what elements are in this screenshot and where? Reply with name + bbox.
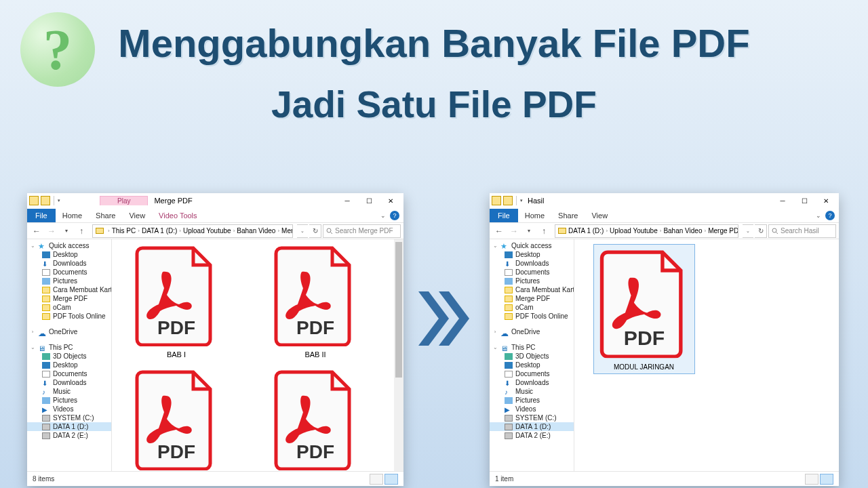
nav-desktop-pc[interactable]: Desktop [27,361,111,369]
nav-documents[interactable]: Documents [490,268,574,277]
nav-pane[interactable]: ⌄★Quick access Desktop ⬇Downloads Docume… [490,239,574,471]
scrollbar-thumb[interactable] [395,242,402,378]
file-pane[interactable]: PDF BAB I PDF BAB II PDF BAB III PDF BAB… [112,239,403,471]
file-pane[interactable]: PDF MODUL JARINGAN [574,239,839,471]
qat-dropdown[interactable]: ▾ [58,198,60,203]
nav-pane[interactable]: ⌄★Quick access Desktop ⬇Downloads Docume… [27,239,112,471]
file-item[interactable]: PDF BAB II [258,245,373,359]
refresh-button[interactable]: ↻ [755,224,767,238]
nav-desktop[interactable]: Desktop [490,250,574,259]
nav-videos[interactable]: ▶Videos [490,405,574,413]
refresh-button[interactable]: ↻ [309,224,321,238]
forward-button[interactable]: → [45,224,58,238]
nav-pictures-pc[interactable]: Pictures [27,396,111,405]
ribbon-share[interactable]: Share [89,209,122,222]
title-line-2: Jadi Satu File PDF [0,83,868,126]
nav-downloads-pc[interactable]: ⬇Downloads [490,378,574,387]
file-item[interactable]: PDF BAB IV [258,369,373,471]
nav-documents[interactable]: Documents [27,268,111,277]
nav-folder-merge[interactable]: Merge PDF [490,294,574,303]
nav-drive-c[interactable]: SYSTEM (C:) [490,413,574,422]
nav-this-pc[interactable]: ⌄🖥This PC [490,343,574,352]
nav-drive-e[interactable]: DATA 2 (E:) [490,431,574,440]
pdf-icon: PDF [132,245,220,346]
back-button[interactable]: ← [30,224,43,238]
up-button[interactable]: ↑ [75,224,88,238]
nav-folder-pdftools[interactable]: PDF Tools Online [490,312,574,321]
ribbon-file[interactable]: File [27,209,56,222]
expand-ribbon-icon[interactable]: ⌄ [380,212,386,219]
view-details-button[interactable] [805,474,818,485]
titlebar[interactable]: ▾ Hasil ─ ☐ ✕ [490,193,839,208]
view-large-icons-button[interactable] [384,474,398,485]
file-item[interactable]: PDF BAB III [119,369,234,471]
search-input[interactable]: Search Merge PDF [323,224,401,238]
minimize-button[interactable]: ─ [336,194,358,207]
ribbon-video-tools[interactable]: Video Tools [152,209,203,222]
file-item[interactable]: PDF MODUL JARINGAN [581,245,707,373]
nav-3d-objects[interactable]: 3D Objects [27,352,111,361]
ribbon-view[interactable]: View [122,209,152,222]
nav-drive-c[interactable]: SYSTEM (C:) [27,413,111,422]
maximize-button[interactable]: ☐ [793,194,815,207]
address-dropdown[interactable]: ⌄ [743,224,753,238]
nav-quick-access[interactable]: ⌄★Quick access [27,241,111,250]
nav-downloads[interactable]: ⬇Downloads [27,259,111,268]
nav-pictures-pc[interactable]: Pictures [490,396,574,405]
nav-downloads-pc[interactable]: ⬇Downloads [27,378,111,387]
ribbon-home[interactable]: Home [518,209,551,222]
nav-folder-merge[interactable]: Merge PDF [27,294,111,303]
nav-documents-pc[interactable]: Documents [27,369,111,378]
recent-dropdown[interactable]: ▾ [60,224,73,238]
scrollbar[interactable] [394,239,403,471]
nav-onedrive[interactable]: ›☁OneDrive [27,327,111,336]
nav-music[interactable]: ♪Music [490,387,574,396]
view-large-icons-button[interactable] [820,474,833,485]
ribbon-home[interactable]: Home [56,209,89,222]
nav-pictures[interactable]: Pictures [27,277,111,285]
nav-folder-ocam[interactable]: oCam [27,303,111,312]
contextual-tab-play[interactable]: Play [100,196,148,205]
nav-drive-d[interactable]: DATA 1 (D:) [490,422,574,431]
ribbon-share[interactable]: Share [551,209,585,222]
expand-ribbon-icon[interactable]: ⌄ [816,212,821,219]
nav-folder-cara[interactable]: Cara Membuat Kartu Pes [490,285,574,294]
maximize-button[interactable]: ☐ [358,194,380,207]
forward-button[interactable]: → [507,224,521,238]
nav-drive-d[interactable]: DATA 1 (D:) [27,422,111,431]
titlebar[interactable]: ▾ Play Merge PDF ─ ☐ ✕ [27,193,403,208]
nav-desktop[interactable]: Desktop [27,250,111,259]
help-icon[interactable]: ? [390,211,399,220]
nav-folder-ocam[interactable]: oCam [490,303,574,312]
close-button[interactable]: ✕ [380,194,401,207]
minimize-button[interactable]: ─ [772,194,793,207]
help-icon[interactable]: ? [825,211,835,220]
close-button[interactable]: ✕ [815,194,837,207]
nav-downloads[interactable]: ⬇Downloads [490,259,574,268]
ribbon-view[interactable]: View [585,209,614,222]
qat-dropdown[interactable]: ▾ [520,198,523,203]
up-button[interactable]: ↑ [537,224,551,238]
nav-onedrive[interactable]: ›☁OneDrive [490,327,574,336]
nav-quick-access[interactable]: ⌄★Quick access [490,241,574,250]
ribbon-file[interactable]: File [490,209,518,222]
recent-dropdown[interactable]: ▾ [522,224,536,238]
breadcrumb[interactable]: DATA 1 (D:)› Upload Youtube› Bahan Video… [555,224,738,238]
nav-drive-e[interactable]: DATA 2 (E:) [27,431,111,440]
view-details-button[interactable] [370,474,383,485]
nav-videos[interactable]: ▶Videos [27,405,111,413]
nav-music[interactable]: ♪Music [27,387,111,396]
search-placeholder: Search Hasil [781,227,819,235]
nav-folder-pdftools[interactable]: PDF Tools Online [27,312,111,321]
address-dropdown[interactable]: ⌄ [297,224,308,238]
nav-pictures[interactable]: Pictures [490,277,574,285]
nav-folder-cara[interactable]: Cara Membuat Kartu Pes [27,285,111,294]
breadcrumb[interactable]: › This PC› DATA 1 (D:)› Upload Youtube› … [92,224,293,238]
nav-desktop-pc[interactable]: Desktop [490,361,574,369]
search-input[interactable]: Search Hasil [768,224,836,238]
nav-documents-pc[interactable]: Documents [490,369,574,378]
nav-3d-objects[interactable]: 3D Objects [490,352,574,361]
file-item[interactable]: PDF BAB I [119,245,234,359]
nav-this-pc[interactable]: ⌄🖥This PC [27,343,111,352]
back-button[interactable]: ← [492,224,506,238]
